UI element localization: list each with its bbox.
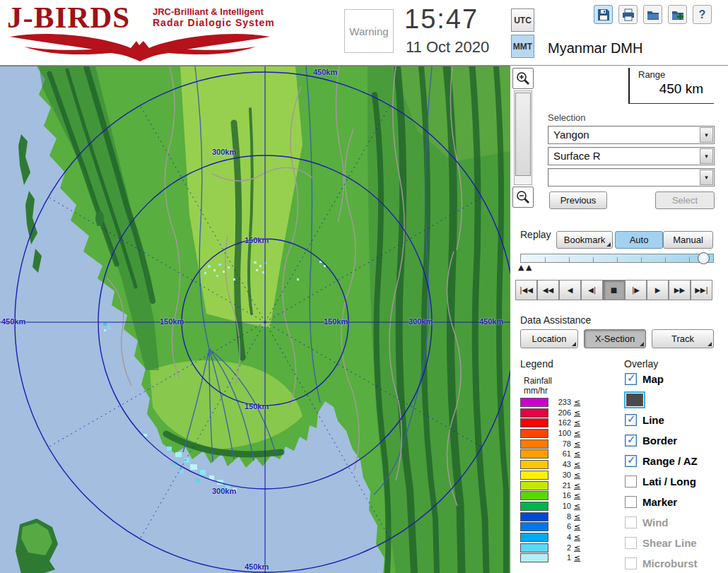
open-folder-icon <box>646 8 660 22</box>
skip-to-end-button[interactable]: ▶▶| <box>691 280 712 300</box>
station-name: Myanmar DMH <box>548 40 642 57</box>
range-az-checkbox[interactable]: ✓ <box>625 455 637 467</box>
wind-checkbox <box>625 516 637 528</box>
range-label: Range <box>638 69 665 80</box>
bookmark-button[interactable]: Bookmark <box>556 231 613 249</box>
zoom-slider-thumb[interactable] <box>515 93 531 176</box>
print-icon <box>621 8 635 22</box>
ring-label: 300km <box>409 317 433 326</box>
ring-label: 450km <box>1 317 25 326</box>
divider <box>628 103 714 104</box>
legend-color-swatch <box>520 408 548 418</box>
ring-label: 450km <box>479 317 503 326</box>
zoom-out-button[interactable] <box>512 187 534 208</box>
legend-color-swatch <box>520 522 548 531</box>
chevron-down-icon[interactable]: ▾ <box>700 148 713 164</box>
chevron-down-icon[interactable]: ▾ <box>700 170 713 185</box>
zoom-slider[interactable] <box>514 90 532 185</box>
location-button[interactable]: Location <box>520 329 578 348</box>
legend-unit-line1: Rainfall <box>524 376 552 386</box>
select-button: Select <box>655 191 715 209</box>
ring-label: 150km <box>245 236 269 244</box>
legend-color-swatch <box>520 481 548 490</box>
ring-label: 450km <box>245 562 269 571</box>
lati-long-checkbox[interactable] <box>625 475 637 488</box>
legend-color-swatch <box>520 471 548 480</box>
map-style-gray-swatch[interactable] <box>626 394 643 406</box>
eagle-logo-icon <box>6 31 273 62</box>
legend-color-swatch <box>520 418 548 427</box>
legend-color-swatch <box>520 460 548 469</box>
map-checkbox[interactable]: ✓ <box>625 373 637 385</box>
legend-color-swatch <box>520 491 548 500</box>
export-icon <box>671 8 685 22</box>
play-reverse-button[interactable]: ◀ <box>559 280 581 300</box>
x-section-button[interactable]: X-Section <box>584 329 646 348</box>
fast-forward-button[interactable]: ▶▶ <box>669 280 691 300</box>
selection-label: Selection <box>548 112 585 123</box>
skip-to-start-button[interactable]: |◀◀ <box>515 280 537 300</box>
legend-unit-line2: mm/hr <box>524 386 548 396</box>
tagline-line2: Radar Dialogic System <box>153 17 275 28</box>
save-button[interactable] <box>594 5 613 24</box>
legend-color-swatch <box>520 543 548 553</box>
legend-label: Legend <box>520 358 553 370</box>
replay-timeline-slider[interactable] <box>520 254 714 263</box>
site-dropdown[interactable]: Yangon ▾ <box>548 126 715 144</box>
print-button[interactable] <box>618 5 638 24</box>
range-value: 450 km <box>628 81 712 97</box>
stop-button[interactable]: ■ <box>603 280 625 300</box>
legend-color-swatch <box>520 512 548 521</box>
tagline-line1: JRC-Brilliant & Intelligent <box>153 6 275 17</box>
radar-map-image <box>0 66 510 573</box>
legend-color-swatch <box>520 502 548 511</box>
legend-color-swatch <box>520 533 548 542</box>
logo-tagline: JRC-Brilliant & Intelligent Radar Dialog… <box>153 6 275 28</box>
ring-label: 300km <box>212 487 236 495</box>
line-checkbox[interactable]: ✓ <box>625 414 637 426</box>
product-dropdown-value: Surface R <box>553 148 601 165</box>
step-back-button[interactable]: ◀| <box>581 280 603 300</box>
utc-button[interactable]: UTC <box>511 8 534 32</box>
ring-label: 300km <box>212 148 236 156</box>
help-button[interactable]: ? <box>693 5 712 24</box>
replay-label: Replay <box>520 229 551 240</box>
microburst-checkbox <box>625 557 637 569</box>
overlay-label: Overlay <box>624 358 658 370</box>
border-checkbox[interactable]: ✓ <box>625 435 637 447</box>
zoom-out-icon <box>515 189 531 205</box>
ring-label: 150km <box>245 402 269 410</box>
j-birds-app: J-BIRDS JRC-Brilliant & Intelligent Rada… <box>0 0 728 573</box>
product-dropdown[interactable]: Surface R ▾ <box>548 147 715 165</box>
open-folder-button[interactable] <box>643 5 662 24</box>
mmt-button[interactable]: MMT <box>511 35 534 58</box>
zoom-in-icon <box>515 71 531 86</box>
marker-checkbox[interactable] <box>625 496 637 508</box>
timeline-start-marker-icon: ▲ <box>518 263 524 272</box>
clock-time: 15:47 <box>404 4 479 35</box>
auto-mode-button[interactable]: Auto <box>615 231 663 249</box>
save-icon <box>597 8 611 22</box>
ring-label: 150km <box>160 317 184 326</box>
option-dropdown[interactable]: ▾ <box>548 168 715 187</box>
timeline-marker-icon: ▲ <box>526 263 532 272</box>
fast-rewind-button[interactable]: ◀◀ <box>537 280 559 300</box>
ring-label: 450km <box>313 68 337 76</box>
step-forward-button[interactable]: |▶ <box>625 280 647 300</box>
clock-date: 11 Oct 2020 <box>406 38 489 57</box>
legend-color-swatch <box>520 398 548 407</box>
manual-mode-button[interactable]: Manual <box>663 231 713 249</box>
site-dropdown-value: Yangon <box>553 126 589 143</box>
previous-button[interactable]: Previous <box>549 191 607 209</box>
export-button[interactable] <box>668 5 687 24</box>
help-icon: ? <box>699 8 706 21</box>
ring-label: 150km <box>324 317 348 326</box>
zoom-in-button[interactable] <box>512 68 534 89</box>
play-button[interactable]: ▶ <box>647 280 669 300</box>
chevron-down-icon[interactable]: ▾ <box>700 127 713 143</box>
legend-color-swatch <box>520 449 548 459</box>
track-button[interactable]: Track <box>652 329 714 348</box>
radar-map-display[interactable]: 450km 300km 150km 450km 150km 150km 300k… <box>0 66 510 573</box>
replay-slider-thumb[interactable] <box>698 252 710 264</box>
warning-button[interactable]: Warning <box>344 9 394 53</box>
